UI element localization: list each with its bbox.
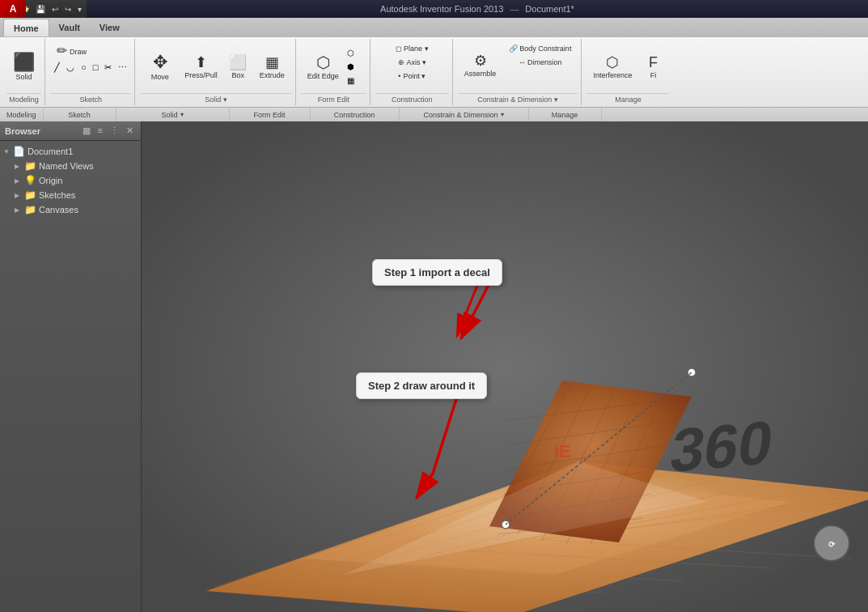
- viewport[interactable]: 360 IE Step 1 import a decal: [142, 121, 868, 612]
- tree-arrow-document: ▼: [3, 148, 13, 155]
- trim-tool[interactable]: ✂: [102, 62, 114, 74]
- constrain-buttons: ⚙ Assemble 🔗 Body Constraint ↔ Dimension: [458, 40, 578, 93]
- ribbon-group-construction: ◻ Plane ▾ ⊕ Axis ▾ • Point ▾ Constructio…: [372, 39, 453, 105]
- redo-btn[interactable]: ↪: [63, 4, 73, 15]
- browser-toolbar: ▦ ≡ ⋮ ✕: [80, 125, 136, 137]
- point-button[interactable]: • Point ▾: [393, 70, 430, 83]
- sketch-buttons: ✏ Draw ╱ ◡ ○ □ ✂ ⋯: [50, 40, 131, 93]
- extrude-button[interactable]: ▦ Extrude: [254, 44, 290, 91]
- dimension-icon: ↔: [519, 58, 526, 66]
- body-constraint-button[interactable]: 🔗 Body Constraint: [504, 42, 576, 55]
- tab-vault[interactable]: Vault: [49, 19, 90, 36]
- form-sub2[interactable]: ⬢: [345, 61, 356, 73]
- construction-label: Construction: [375, 93, 449, 104]
- browser-close-btn[interactable]: ✕: [124, 125, 136, 137]
- qa-dropdown[interactable]: ▾: [76, 4, 83, 15]
- fi-button[interactable]: F Fi: [638, 44, 667, 91]
- plane-button[interactable]: ◻ Plane ▾: [391, 42, 434, 55]
- save-btn[interactable]: 💾: [34, 4, 47, 15]
- scene-svg: 360 IE: [142, 121, 868, 612]
- solid-group-label: Solid ▾: [140, 93, 292, 104]
- browser-grid-btn[interactable]: ▦: [80, 125, 93, 137]
- browser-options-btn[interactable]: ⋮: [108, 125, 121, 137]
- move-label: Move: [151, 73, 169, 81]
- press-pull-button[interactable]: ⬆ Press/Pull: [180, 44, 222, 91]
- label-form-edit: Form Edit: [230, 108, 311, 121]
- press-pull-icon: ⬆: [195, 55, 207, 70]
- tree-label-document: Document1: [28, 147, 73, 156]
- dimension-label: Dimension: [527, 58, 562, 66]
- arc-tool[interactable]: ◡: [64, 62, 77, 74]
- tree-label-origin: Origin: [39, 176, 62, 185]
- box-button[interactable]: ⬜ Box: [224, 44, 252, 91]
- draw-button[interactable]: ✏ Draw: [52, 42, 91, 60]
- circle-tool[interactable]: ○: [78, 62, 89, 74]
- tooltip-step1-text: Step 1 import a decal: [384, 266, 490, 278]
- label-sketch: Sketch: [44, 108, 116, 121]
- form-edit-buttons: ⬡ Edit Edge ⬡ ⬢ ▦: [301, 40, 366, 93]
- nav-cube-svg: ⟳: [811, 523, 852, 563]
- edit-edge-icon: ⬡: [316, 54, 330, 70]
- tab-home[interactable]: Home: [3, 19, 49, 36]
- assemble-label: Assemble: [464, 70, 497, 78]
- plane-icon: ◻: [396, 45, 401, 53]
- tree-item-document[interactable]: ▼ 📄 Document1: [0, 144, 141, 159]
- box-label: Box: [232, 71, 245, 79]
- edit-edge-button[interactable]: ⬡ Edit Edge: [303, 44, 344, 91]
- construction-buttons: ◻ Plane ▾ ⊕ Axis ▾ • Point ▾: [375, 40, 449, 93]
- ribbon-group-form-edit: ⬡ Edit Edge ⬡ ⬢ ▦ Form Edit: [298, 39, 370, 105]
- point-icon: •: [398, 72, 400, 80]
- extrude-icon: ▦: [265, 55, 279, 70]
- label-solid: Solid▾: [116, 108, 230, 121]
- line-tool[interactable]: ╱: [52, 62, 62, 74]
- assemble-button[interactable]: ⚙ Assemble: [459, 42, 502, 89]
- tooltip-step2: Step 2 draw around it: [356, 372, 487, 399]
- solid-button[interactable]: ⬛ Solid: [8, 44, 40, 91]
- tree-item-named-views[interactable]: ▶ 📁 Named Views: [0, 159, 141, 173]
- modeling-buttons: ⬛ Solid: [6, 40, 41, 93]
- ribbon-group-constrain: ⚙ Assemble 🔗 Body Constraint ↔ Dimension…: [455, 39, 582, 105]
- solid-icon: ⬛: [13, 53, 35, 71]
- tree-item-canvases[interactable]: ▶ 📁 Canvases: [0, 202, 141, 217]
- axis-button[interactable]: ⊕ Axis ▾: [393, 56, 432, 69]
- tree-item-sketches[interactable]: ▶ 📁 Sketches: [0, 188, 141, 202]
- more-tool[interactable]: ⋯: [116, 62, 129, 74]
- manage-buttons: ⬡ Interference F Fi: [586, 40, 669, 93]
- ribbon-labels: Modeling Sketch Solid▾ Form Edit Constru…: [0, 107, 868, 121]
- label-construction: Construction: [311, 108, 400, 121]
- tab-view[interactable]: View: [90, 19, 129, 36]
- browser-title: Browser: [5, 126, 40, 136]
- constrain-row1: ⚙ Assemble 🔗 Body Constraint ↔ Dimension: [459, 42, 577, 89]
- tree-item-origin[interactable]: ▶ 💡 Origin: [0, 173, 141, 188]
- plane-label: Plane ▾: [404, 45, 429, 53]
- nav-cube[interactable]: ⟳: [811, 523, 852, 563]
- tree-icon-document: 📄: [13, 146, 25, 157]
- move-button[interactable]: ✥ Move: [142, 44, 178, 91]
- fi-label: Fi: [650, 71, 657, 79]
- solid-label: Solid: [15, 73, 32, 81]
- label-constrain: Constrain & Dimension▾: [400, 108, 529, 121]
- body-constraint-label: Body Constraint: [519, 45, 571, 53]
- body-constraint-icon: 🔗: [509, 45, 518, 53]
- ribbon-group-sketch: ✏ Draw ╱ ◡ ○ □ ✂ ⋯ Sketch: [47, 39, 135, 105]
- rect-tool[interactable]: □: [91, 62, 101, 74]
- browser-list-btn[interactable]: ≡: [95, 125, 105, 137]
- svg-text:IE: IE: [554, 441, 571, 461]
- edit-edge-icon-container: ⬡: [316, 54, 330, 70]
- tree-label-named-views: Named Views: [39, 161, 94, 171]
- draw-label: Draw: [70, 48, 87, 56]
- tooltip-step1: Step 1 import a decal: [372, 259, 502, 286]
- draw-icon: ✏: [57, 45, 67, 57]
- ribbon-content: ⬛ Solid Modeling ✏ Draw ╱ ◡ ○ □ ✂ ⋯ Sket…: [0, 37, 868, 107]
- dimension-button[interactable]: ↔ Dimension: [504, 56, 576, 69]
- ribbon-group-solid: ✥ Move ⬆ Press/Pull ⬜ Box ▦ Extrude Soli…: [137, 39, 296, 105]
- svg-text:⟳: ⟳: [828, 540, 836, 549]
- app-icon: A: [0, 0, 26, 18]
- form-sub1[interactable]: ⬡: [345, 47, 356, 59]
- axis-label: Axis ▾: [407, 58, 427, 66]
- undo-btn[interactable]: ↩: [50, 4, 60, 15]
- form-sub3[interactable]: ▦: [345, 74, 356, 87]
- interference-button[interactable]: ⬡ Interference: [588, 44, 637, 91]
- browser-header: Browser ▦ ≡ ⋮ ✕: [0, 121, 141, 141]
- ribbon-tab-bar: Home Vault View: [0, 18, 868, 37]
